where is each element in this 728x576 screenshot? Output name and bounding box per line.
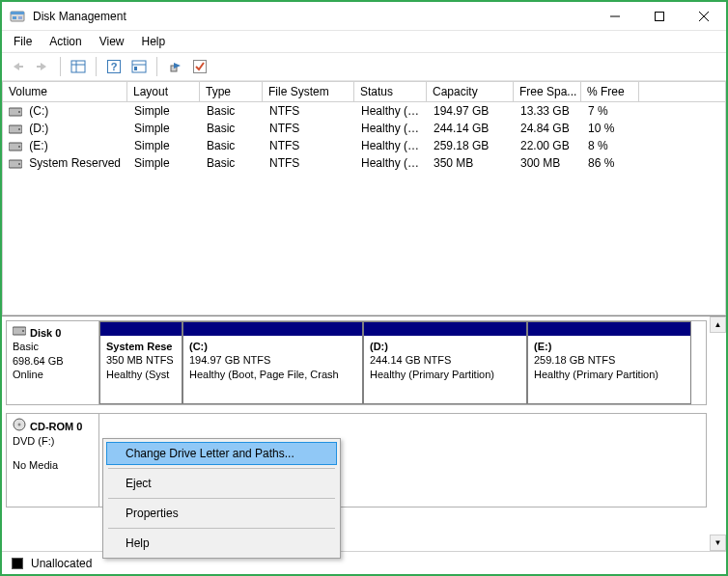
disk-status: No Media	[13, 458, 93, 472]
partition[interactable]: (D:)244.14 GB NTFSHealthy (Primary Parti…	[363, 321, 527, 404]
partition[interactable]: System Rese350 MB NTFSHealthy (Syst	[99, 321, 182, 404]
context-menu-properties[interactable]: Properties	[106, 502, 337, 525]
drive-icon	[9, 141, 22, 152]
toolbar-refresh-icon[interactable]	[163, 55, 186, 78]
svg-point-23	[18, 128, 20, 130]
volume-row[interactable]: System ReservedSimpleBasicNTFSHealthy (S…	[3, 154, 725, 172]
toolbar-view-icon[interactable]	[67, 55, 90, 78]
drive-icon	[9, 106, 22, 118]
volume-row[interactable]: (C:)SimpleBasicNTFSHealthy (B...194.97 G…	[3, 102, 725, 120]
partition-name: (E:)	[534, 340, 685, 353]
svg-rect-1	[11, 12, 24, 14]
column-header-volume[interactable]: Volume	[2, 81, 127, 102]
disk-name-text: CD-ROM 0	[30, 420, 82, 433]
svg-rect-17	[134, 67, 137, 70]
disk-type: Basic	[13, 340, 93, 353]
window-controls	[593, 2, 726, 31]
toolbar-check-icon[interactable]	[188, 55, 211, 78]
cdrom-icon	[13, 418, 26, 434]
partition-size: 244.14 GB NTFS	[370, 353, 520, 367]
disk-management-window: Disk Management File Action View Help ? …	[0, 0, 728, 576]
disk-row-disk0[interactable]: Disk 0 Basic 698.64 GB Online System Res…	[6, 320, 707, 405]
toolbar-settings-icon[interactable]	[127, 55, 151, 78]
svg-rect-5	[656, 12, 664, 20]
partition-body: (E:)259.18 GB NTFSHealthy (Primary Parti…	[528, 336, 690, 403]
toolbar-forward-button[interactable]	[31, 55, 54, 78]
drive-icon	[9, 123, 22, 135]
svg-text:?: ?	[111, 61, 118, 72]
scroll-down-button[interactable]: ▼	[710, 535, 726, 551]
partition-header	[364, 322, 526, 336]
disk-type: DVD (F:)	[13, 434, 93, 448]
column-header-filesystem[interactable]: File System	[263, 81, 354, 102]
disk-name: Disk 0	[13, 325, 93, 340]
context-menu-change-drive-letter[interactable]: Change Drive Letter and Paths...	[106, 442, 337, 465]
svg-point-27	[18, 163, 20, 165]
titlebar: Disk Management	[2, 2, 726, 31]
column-header-extra[interactable]	[639, 81, 726, 102]
toolbar-separator	[96, 57, 97, 76]
partition-name: (C:)	[189, 340, 356, 353]
toolbar-separator	[156, 57, 157, 76]
volume-row[interactable]: (D:)SimpleBasicNTFSHealthy (P...244.14 G…	[3, 120, 725, 137]
partition-status: Healthy (Primary Partition)	[534, 368, 685, 381]
toolbar-help-icon[interactable]: ?	[102, 55, 126, 78]
window-title: Disk Management	[33, 10, 593, 23]
partition[interactable]: (E:)259.18 GB NTFSHealthy (Primary Parti…	[527, 321, 691, 404]
legend-label-unallocated: Unallocated	[31, 557, 92, 570]
svg-rect-2	[13, 16, 16, 19]
svg-point-29	[22, 330, 24, 332]
svg-point-25	[18, 146, 20, 148]
column-header-capacity[interactable]: Capacity	[427, 81, 514, 102]
column-header-percentfree[interactable]: % Free	[581, 81, 639, 102]
scroll-up-button[interactable]: ▲	[710, 316, 726, 333]
close-button[interactable]	[682, 2, 726, 31]
partition-body: System Rese350 MB NTFSHealthy (Syst	[100, 336, 182, 403]
partition[interactable]: (C:)194.97 GB NTFSHealthy (Boot, Page Fi…	[182, 321, 363, 404]
disk-status: Online	[13, 368, 93, 381]
partition-name: (D:)	[370, 340, 520, 353]
partition-body: (C:)194.97 GB NTFSHealthy (Boot, Page Fi…	[183, 336, 362, 403]
context-menu-separator	[108, 498, 335, 499]
disk-icon	[13, 325, 26, 340]
menu-help[interactable]: Help	[134, 33, 174, 50]
disk-name-text: Disk 0	[30, 326, 61, 340]
partition-status: Healthy (Syst	[106, 368, 176, 381]
partition-status: Healthy (Boot, Page File, Crash	[189, 368, 356, 381]
menu-action[interactable]: Action	[42, 33, 89, 50]
partition-size: 259.18 GB NTFS	[534, 353, 685, 367]
menu-view[interactable]: View	[92, 33, 132, 50]
context-menu: Change Drive Letter and Paths... Eject P…	[102, 438, 341, 559]
minimize-button[interactable]	[593, 2, 637, 31]
partition-size: 350 MB NTFS	[106, 353, 176, 367]
partition-name: System Rese	[106, 340, 176, 353]
context-menu-eject[interactable]: Eject	[106, 472, 337, 495]
partition-status: Healthy (Primary Partition)	[370, 368, 520, 381]
context-menu-separator	[108, 468, 335, 469]
svg-rect-10	[71, 61, 85, 72]
partition-body: (D:)244.14 GB NTFSHealthy (Primary Parti…	[364, 336, 526, 403]
column-header-type[interactable]: Type	[200, 81, 263, 102]
partition-header	[528, 322, 690, 336]
volume-list-body[interactable]: (C:)SimpleBasicNTFSHealthy (B...194.97 G…	[2, 102, 726, 315]
app-icon	[10, 9, 25, 24]
disk-size: 698.64 GB	[13, 354, 93, 368]
menu-file[interactable]: File	[6, 33, 40, 50]
partition-header	[100, 322, 182, 336]
volume-row[interactable]: (E:)SimpleBasicNTFSHealthy (P...259.18 G…	[3, 137, 725, 154]
column-header-freespace[interactable]: Free Spa...	[514, 81, 581, 102]
maximize-button[interactable]	[637, 2, 682, 31]
context-menu-help[interactable]: Help	[106, 532, 337, 555]
column-header-status[interactable]: Status	[354, 81, 427, 102]
toolbar-back-button[interactable]	[6, 55, 29, 78]
legend-swatch-unallocated	[12, 558, 23, 569]
svg-point-21	[18, 111, 20, 113]
context-menu-separator	[108, 528, 335, 529]
disk-partitions: System Rese350 MB NTFSHealthy (Syst(C:)1…	[99, 321, 706, 404]
drive-icon	[9, 158, 22, 170]
column-header-layout[interactable]: Layout	[127, 81, 200, 102]
disk-label: Disk 0 Basic 698.64 GB Online	[7, 321, 99, 404]
partition-header	[183, 322, 362, 336]
disk-name: CD-ROM 0	[13, 418, 93, 434]
volume-list-header: Volume Layout Type File System Status Ca…	[2, 81, 726, 102]
